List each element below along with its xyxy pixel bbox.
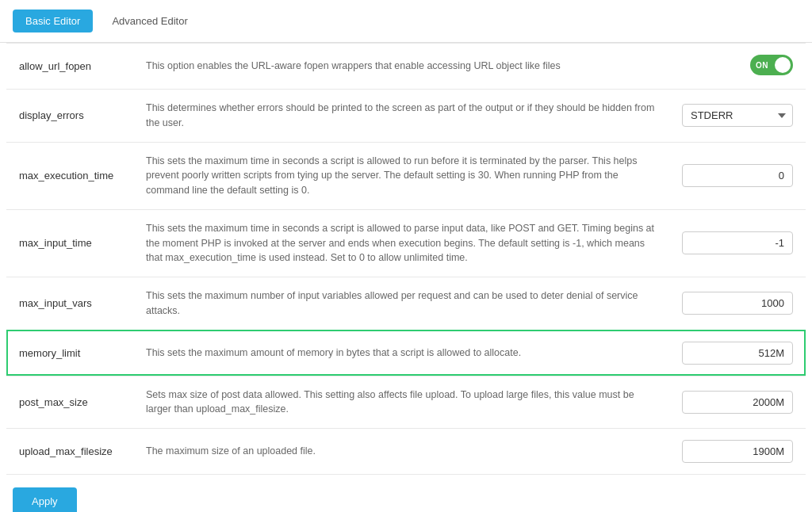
- setting-description: This sets the maximum amount of memory i…: [133, 330, 669, 376]
- toggle-allow_url_fopen[interactable]: ON: [750, 55, 793, 75]
- table-row: allow_url_fopenThis option enables the U…: [6, 44, 806, 90]
- setting-name: allow_url_fopen: [6, 44, 133, 90]
- input-memory_limit[interactable]: [682, 342, 793, 365]
- setting-description: This option enables the URL-aware fopen …: [133, 44, 669, 90]
- table-row: max_input_timeThis sets the maximum time…: [6, 209, 806, 277]
- setting-name: max_input_vars: [6, 277, 133, 331]
- setting-control: [669, 330, 806, 376]
- table-row: post_max_sizeSets max size of post data …: [6, 376, 806, 429]
- settings-table: allow_url_fopenThis option enables the U…: [6, 43, 806, 475]
- tab-basic-editor[interactable]: Basic Editor: [13, 10, 93, 32]
- footer: Apply: [0, 475, 812, 512]
- setting-control: [669, 429, 806, 475]
- input-post_max_size[interactable]: [682, 391, 793, 414]
- input-upload_max_filesize[interactable]: [682, 440, 793, 463]
- setting-description: Sets max size of post data allowed. This…: [133, 376, 669, 429]
- setting-name: memory_limit: [6, 330, 133, 376]
- setting-name: max_input_time: [6, 209, 133, 277]
- setting-description: This sets the maximum time in seconds a …: [133, 209, 669, 277]
- setting-description: This sets the maximum time in seconds a …: [133, 142, 669, 209]
- table-row: max_input_varsThis sets the maximum numb…: [6, 277, 806, 331]
- setting-control: [669, 209, 806, 277]
- setting-name: post_max_size: [6, 376, 133, 429]
- setting-description: This sets the maximum number of input va…: [133, 277, 669, 331]
- tab-advanced-editor[interactable]: Advanced Editor: [99, 10, 200, 32]
- input-max_input_vars[interactable]: [682, 292, 793, 315]
- select-display_errors[interactable]: STDERROnOffstdout: [682, 104, 793, 127]
- tab-bar: Basic Editor Advanced Editor: [0, 0, 812, 43]
- setting-control: ON: [669, 44, 806, 90]
- table-row: memory_limitThis sets the maximum amount…: [6, 330, 806, 376]
- apply-button[interactable]: Apply: [13, 487, 77, 512]
- setting-control: STDERROnOffstdout: [669, 90, 806, 143]
- input-max_execution_time[interactable]: [682, 164, 793, 187]
- setting-name: display_errors: [6, 90, 133, 143]
- setting-name: upload_max_filesize: [6, 429, 133, 475]
- input-max_input_time[interactable]: [682, 231, 793, 254]
- setting-description: This determines whether errors should be…: [133, 90, 669, 143]
- setting-control: [669, 142, 806, 209]
- setting-description: The maximum size of an uploaded file.: [133, 429, 669, 475]
- table-row: display_errorsThis determines whether er…: [6, 90, 806, 143]
- table-row: upload_max_filesizeThe maximum size of a…: [6, 429, 806, 475]
- setting-control: [669, 376, 806, 429]
- toggle-wrap: ON: [750, 55, 793, 75]
- setting-name: max_execution_time: [6, 142, 133, 209]
- setting-control: [669, 277, 806, 331]
- table-row: max_execution_timeThis sets the maximum …: [6, 142, 806, 209]
